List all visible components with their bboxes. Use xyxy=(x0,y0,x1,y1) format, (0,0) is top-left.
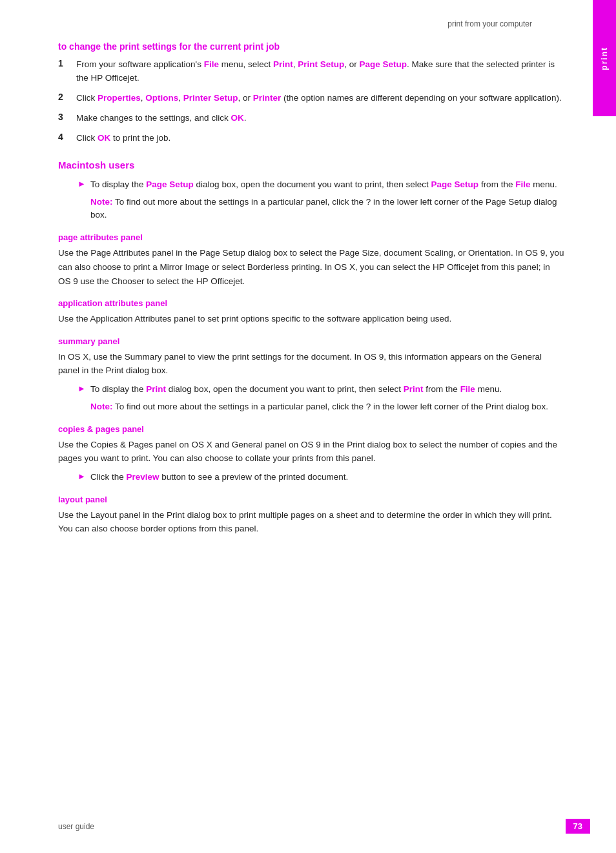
footer-left: user guide xyxy=(58,822,94,831)
preview-bullet: ► Click the Preview button to see a prev… xyxy=(77,471,564,484)
step-4-content: Click OK to print the job. xyxy=(76,132,564,145)
app-attributes-body: Use the Application Attributes panel to … xyxy=(58,312,564,326)
page-header: print from your computer xyxy=(58,19,564,28)
preview-bullet-section: ► Click the Preview button to see a prev… xyxy=(77,471,564,484)
layout-body: Use the Layout panel in the Print dialog… xyxy=(58,508,564,536)
note-text-2: To find out more about the settings in a… xyxy=(113,402,548,411)
summary-heading: summary panel xyxy=(58,336,564,346)
step-2-content: Click Properties, Options, Printer Setup… xyxy=(76,92,564,105)
page-setup-bullet-section: ► To display the Page Setup dialog box, … xyxy=(77,178,564,223)
side-tab: print xyxy=(593,0,616,116)
note-label-2: Note: xyxy=(90,402,113,411)
print-dialog-bullet-content: To display the Print dialog box, open th… xyxy=(90,383,564,396)
file-link-1: File xyxy=(204,59,219,69)
step-3: 3 Make changes to the settings, and clic… xyxy=(58,112,564,125)
step-4-num: 4 xyxy=(58,132,76,142)
step-1-content: From your software application's File me… xyxy=(76,58,564,85)
note-label-1: Note: xyxy=(90,197,113,207)
bullet-arrow-1: ► xyxy=(77,179,90,189)
bullet-arrow-2: ► xyxy=(77,384,90,393)
page-setup-mg-2: Page Setup xyxy=(431,180,479,189)
ok-link-2: OK xyxy=(98,133,110,143)
step-2: 2 Click Properties, Options, Printer Set… xyxy=(58,92,564,105)
step-4: 4 Click OK to print the job. xyxy=(58,132,564,145)
note-print-dialog: Note: To find out more about the setting… xyxy=(90,400,564,414)
print-dialog-bullet-section: ► To display the Print dialog box, open … xyxy=(77,383,564,414)
change-print-settings-heading: to change the print settings for the cur… xyxy=(58,41,564,52)
section-change-print-settings: to change the print settings for the cur… xyxy=(58,41,564,145)
page-setup-mg-1: Page Setup xyxy=(146,180,194,189)
options-link: Options xyxy=(145,93,178,103)
side-tab-label: print xyxy=(600,46,609,70)
print-dialog-bullet: ► To display the Print dialog box, open … xyxy=(77,383,564,396)
footer: user guide 73 xyxy=(58,819,590,834)
step-3-num: 3 xyxy=(58,112,76,122)
summary-body: In OS X, use the Summary panel to view t… xyxy=(58,350,564,378)
page-setup-bullet: ► To display the Page Setup dialog box, … xyxy=(77,178,564,192)
macintosh-heading: Macintosh users xyxy=(58,159,564,170)
layout-heading: layout panel xyxy=(58,495,564,504)
copies-pages-body: Use the Copies & Pages panel on OS X and… xyxy=(58,438,564,466)
preview-mg: Preview xyxy=(127,472,159,482)
page-setup-link-1: Page Setup xyxy=(360,59,407,69)
preview-bullet-content: Click the Preview button to see a previe… xyxy=(90,471,564,484)
note-page-setup: Note: To find out more about the setting… xyxy=(90,196,564,223)
steps-list: 1 From your software application's File … xyxy=(58,58,564,145)
print-link-1: Print xyxy=(273,59,293,69)
ok-link-1: OK xyxy=(231,113,243,123)
step-1: 1 From your software application's File … xyxy=(58,58,564,85)
step-2-num: 2 xyxy=(58,92,76,102)
note-text-1: To find out more about the settings in a… xyxy=(90,197,557,220)
print-setup-link: Print Setup xyxy=(298,59,344,69)
macintosh-section: Macintosh users ► To display the Page Se… xyxy=(58,159,564,536)
file-mg-2: File xyxy=(460,384,475,394)
printer-setup-link: Printer Setup xyxy=(183,93,238,103)
print-mg-1: Print xyxy=(146,384,166,394)
header-text: print from your computer xyxy=(447,19,532,28)
file-mg-1: File xyxy=(515,180,530,189)
print-mg-2: Print xyxy=(404,384,424,394)
page: print print from your computer to change… xyxy=(0,0,616,853)
footer-page: 73 xyxy=(566,819,590,834)
bullet-arrow-3: ► xyxy=(77,471,90,481)
app-attributes-heading: application attributes panel xyxy=(58,298,564,308)
page-setup-bullet-content: To display the Page Setup dialog box, op… xyxy=(90,178,564,192)
copies-pages-heading: copies & pages panel xyxy=(58,424,564,434)
printer-link: Printer xyxy=(253,93,282,103)
page-attributes-body: Use the Page Attributes panel in the Pag… xyxy=(58,246,564,288)
properties-link: Properties xyxy=(98,93,141,103)
page-attributes-heading: page attributes panel xyxy=(58,232,564,242)
step-3-content: Make changes to the settings, and click … xyxy=(76,112,564,125)
step-1-num: 1 xyxy=(58,58,76,68)
